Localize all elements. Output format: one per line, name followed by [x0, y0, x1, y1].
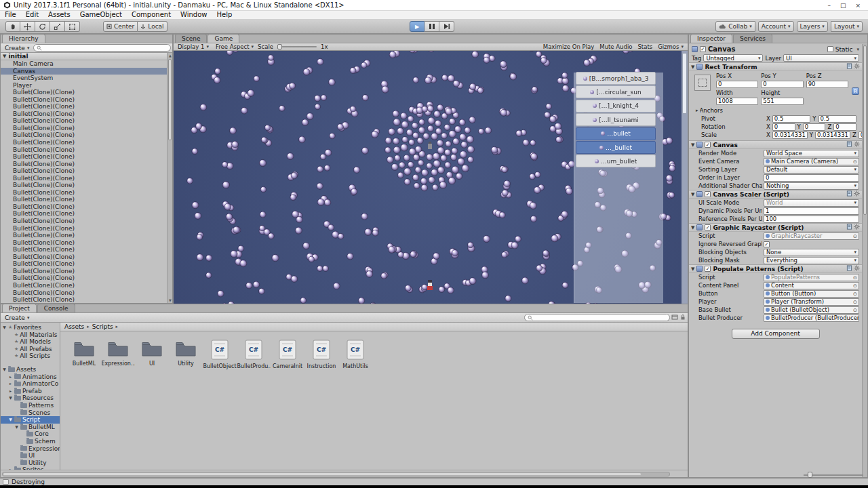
component-enabled-checkbox[interactable]: ✓: [705, 191, 711, 197]
component-enabled-checkbox[interactable]: ✓: [705, 266, 711, 272]
inspector-field-order-in-layer[interactable]: 0: [764, 174, 859, 182]
gear-icon[interactable]: [854, 265, 860, 272]
hierarchy-item-bullet-clone[interactable]: Bullet(Clone)(Clone): [1, 296, 172, 304]
foldout-icon[interactable]: ▼: [691, 266, 694, 272]
tab-hierarchy[interactable]: Hierarchy: [2, 34, 45, 43]
object-picker-icon[interactable]: ⊙: [853, 233, 857, 239]
create-button[interactable]: Create▾: [2, 44, 32, 52]
gear-icon[interactable]: [854, 190, 860, 198]
close-icon[interactable]: ×: [855, 1, 861, 10]
foldout-icon[interactable]: ▼: [2, 366, 7, 373]
hierarchy-item-bullet-clone[interactable]: Bullet(Clone)(Clone): [1, 103, 172, 110]
create-button[interactable]: Create▾: [2, 314, 32, 322]
tree-item-ui[interactable]: UI: [1, 452, 60, 460]
foldout-icon[interactable]: ▼: [3, 54, 6, 59]
menu-gameobject[interactable]: GameObject: [75, 11, 127, 19]
hierarchy-item-bullet-clone[interactable]: Bullet(Clone)(Clone): [1, 253, 172, 261]
hierarchy-item-bullet-clone[interactable]: Bullet(Clone)(Clone): [1, 110, 172, 118]
tree-item-resources[interactable]: ▼Resources: [1, 394, 60, 402]
menu-component[interactable]: Component: [127, 11, 176, 19]
asset-script-bulletprodu[interactable]: C#BulletProdu...: [237, 340, 271, 379]
scene-header-row[interactable]: ▼ initial: [1, 53, 172, 60]
stats-button[interactable]: Stats: [635, 43, 655, 50]
hierarchy-item-bullet-clone[interactable]: Bullet(Clone)(Clone): [1, 175, 172, 182]
foldout-icon[interactable]: ▸: [696, 108, 698, 113]
foldout-icon[interactable]: ▸: [8, 380, 13, 388]
component-header[interactable]: ▼ Rect Transform: [689, 62, 862, 71]
asset-folder-bulletml[interactable]: BulletML: [67, 340, 101, 379]
gear-icon[interactable]: [854, 63, 860, 70]
horizontal-scrollbar[interactable]: [2, 472, 670, 476]
hierarchy-item-bullet-clone[interactable]: Bullet(Clone)(Clone): [1, 96, 172, 104]
foldout-icon[interactable]: ▸: [8, 373, 13, 381]
hierarchy-item-bullet-clone[interactable]: Bullet(Clone)(Clone): [1, 89, 172, 96]
foldout-icon[interactable]: ▼: [8, 416, 13, 424]
collab-button[interactable]: Collab▾: [715, 21, 755, 32]
pivot-y-field[interactable]: 0.5: [818, 115, 856, 123]
object-picker-icon[interactable]: ⊙: [853, 291, 857, 297]
hierarchy-item-bullet-clone[interactable]: Bullet(Clone)(Clone): [1, 203, 172, 211]
play-button[interactable]: ▶: [410, 21, 425, 32]
gear-icon[interactable]: [854, 141, 860, 148]
inspector-object-field-player[interactable]: Player (Transform)⊙: [764, 298, 859, 306]
component-header[interactable]: ▼✓Canvas: [689, 140, 862, 149]
tree-item-patterns[interactable]: Patterns: [1, 402, 60, 409]
pattern-item[interactable]: […ll_tsunami: [576, 113, 656, 126]
gear-icon[interactable]: [854, 224, 860, 231]
lock-icon[interactable]: [679, 314, 686, 322]
tree-item-assets[interactable]: ▼Assets: [1, 366, 60, 373]
reference-icon[interactable]: [846, 190, 852, 198]
pattern-item[interactable]: …_bullet: [576, 141, 656, 154]
project-search-input[interactable]: [524, 314, 670, 321]
asset-folder-utility[interactable]: Utility: [169, 340, 203, 379]
hierarchy-item-eventsystem[interactable]: EventSystem: [1, 75, 172, 82]
rotation-z-field[interactable]: 0: [833, 123, 856, 131]
hierarchy-item-bullet-clone[interactable]: Bullet(Clone)(Clone): [1, 131, 172, 139]
tab-inspector[interactable]: Inspector: [690, 34, 732, 43]
minimize-icon[interactable]: –: [827, 1, 831, 10]
inspector-object-field-bullet-producer[interactable]: BulletProducer (BulletProducer)⊙: [764, 314, 859, 322]
anchor-presets-button[interactable]: [694, 75, 711, 91]
panel-options-icon[interactable]: [671, 314, 678, 322]
tab-game[interactable]: Game: [208, 34, 239, 43]
foldout-icon[interactable]: ▼: [8, 394, 13, 402]
reference-icon[interactable]: [846, 141, 852, 148]
foldout-icon[interactable]: ▼: [691, 192, 694, 197]
inspector-object-field-script[interactable]: GraphicRaycaster⊙: [764, 232, 859, 240]
hierarchy-item-bullet-clone[interactable]: Bullet(Clone)(Clone): [1, 232, 172, 239]
inspector-dropdown-render-mode[interactable]: World Space▾: [764, 150, 859, 157]
inspector-scrollbar[interactable]: [862, 44, 867, 477]
inspector-object-field-script[interactable]: PopulatePatterns⊙: [764, 274, 859, 281]
asset-script-camerainit[interactable]: C#CameraInit: [271, 340, 304, 379]
tab-console[interactable]: Console: [37, 304, 75, 312]
menu-edit[interactable]: Edit: [21, 11, 43, 19]
scale-tool-icon[interactable]: [50, 21, 65, 32]
hierarchy-item-bullet-clone[interactable]: Bullet(Clone)(Clone): [1, 289, 172, 297]
tree-item-all-materials[interactable]: ★All Materials: [1, 331, 60, 339]
rect-transform-raw-edit-button[interactable]: R: [852, 87, 859, 95]
hierarchy-item-canvas[interactable]: Canvas: [1, 68, 172, 75]
pos-y-field[interactable]: 0: [761, 81, 803, 88]
move-tool-icon[interactable]: [20, 21, 35, 32]
object-picker-icon[interactable]: ⊙: [853, 283, 857, 289]
asset-script-mathutils[interactable]: C#MathUtils: [338, 340, 372, 379]
hierarchy-item-bullet-clone[interactable]: Bullet(Clone)(Clone): [1, 246, 172, 253]
inspector-dropdown-blocking-mask[interactable]: Everything▾: [764, 257, 859, 264]
step-button[interactable]: [439, 21, 454, 32]
layers-button[interactable]: Layers▾: [797, 21, 828, 32]
gizmos-dropdown[interactable]: Gizmos▾: [655, 43, 686, 50]
tree-item-animatorco[interactable]: ▸AnimatorCo: [1, 380, 60, 388]
component-header[interactable]: ▼✓Populate Patterns (Script): [689, 264, 862, 273]
tab-scene[interactable]: Scene: [175, 34, 207, 43]
pattern-item[interactable]: [B…smorph]_aba_3: [576, 72, 656, 85]
rect-tool-icon[interactable]: [65, 21, 80, 32]
hierarchy-item-bullet-clone[interactable]: Bullet(Clone)(Clone): [1, 189, 172, 197]
game-ui-scrollbar[interactable]: [682, 51, 688, 304]
tree-item-core[interactable]: Core: [1, 430, 60, 438]
hierarchy-item-bullet-clone[interactable]: Bullet(Clone)(Clone): [1, 125, 172, 132]
tree-item-scenes[interactable]: Scenes: [1, 409, 60, 417]
scale-x-field[interactable]: 0.0314331: [772, 131, 808, 139]
scale-slider[interactable]: [277, 46, 317, 47]
hierarchy-item-bullet-clone[interactable]: Bullet(Clone)(Clone): [1, 167, 172, 175]
pattern-item[interactable]: …bullet: [576, 127, 656, 140]
